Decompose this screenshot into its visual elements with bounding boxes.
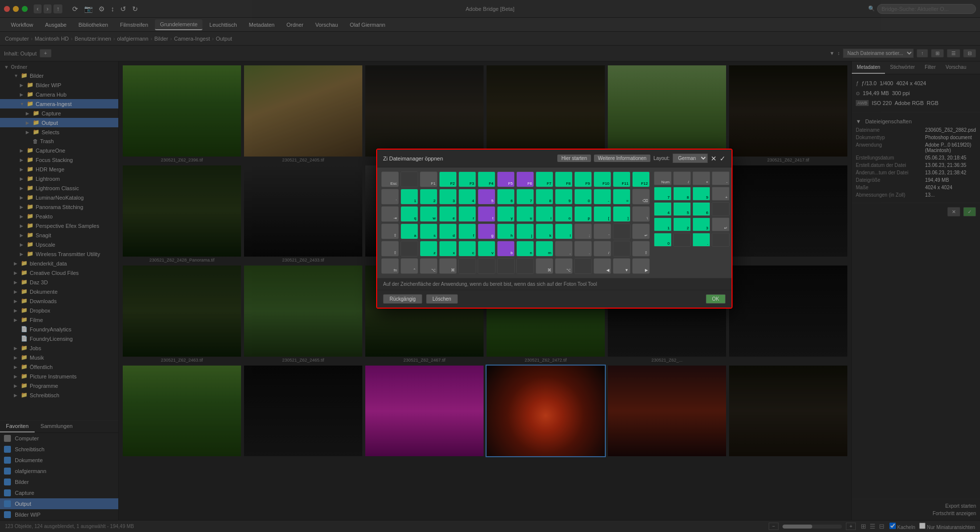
key-cell[interactable]: ⇪ [381, 223, 399, 239]
key-cell[interactable]: y [497, 206, 515, 222]
numpad-key-cell[interactable]: Num [654, 171, 672, 185]
key-cell[interactable]: q [400, 206, 418, 222]
key-cell[interactable]: w [420, 206, 438, 222]
key-cell[interactable] [613, 241, 631, 257]
key-cell[interactable]: z [420, 241, 438, 257]
key-cell[interactable]: F10 [593, 171, 611, 187]
numpad-key-cell[interactable]: 2 [673, 217, 691, 231]
key-cell[interactable]: x [439, 241, 457, 257]
key-cell[interactable]: F12 [632, 171, 650, 187]
key-cell[interactable]: . [574, 241, 592, 257]
numpad-key-cell[interactable]: 3 [692, 217, 710, 231]
dialog-close-btn[interactable]: ✕ [711, 155, 717, 162]
dialog-ok-btn[interactable]: OK [706, 294, 726, 304]
key-cell[interactable]: ▶ [632, 258, 650, 274]
numpad-key-cell[interactable]: 5 [673, 202, 691, 216]
key-cell[interactable]: ⇧ [381, 241, 399, 257]
key-cell[interactable] [497, 258, 515, 274]
numpad-key-cell[interactable] [712, 202, 730, 216]
key-cell[interactable]: f [458, 223, 476, 239]
numpad-key-cell[interactable] [712, 233, 730, 247]
key-cell[interactable]: r [458, 206, 476, 222]
numpad-key-cell[interactable]: 6 [692, 202, 710, 216]
key-cell[interactable]: n [516, 241, 534, 257]
key-cell[interactable]: ⌃ [400, 258, 418, 274]
key-cell[interactable]: 9 [555, 189, 573, 205]
key-cell[interactable]: m [536, 241, 553, 257]
key-cell[interactable]: ↵ [632, 223, 650, 239]
key-cell[interactable]: fn [381, 258, 399, 274]
key-cell[interactable]: h [497, 223, 515, 239]
key-cell[interactable]: ⌫ [632, 189, 650, 205]
key-cell[interactable]: ] [613, 206, 631, 222]
key-cell[interactable]: s [420, 223, 438, 239]
key-cell[interactable] [574, 258, 592, 274]
key-cell[interactable]: l [555, 223, 573, 239]
key-cell[interactable]: ⌘ [536, 258, 553, 274]
key-cell[interactable]: [ [593, 206, 611, 222]
key-cell[interactable]: i [536, 206, 553, 222]
key-cell[interactable]: F1 [420, 171, 438, 187]
key-cell[interactable]: u [516, 206, 534, 222]
key-cell[interactable] [458, 258, 476, 274]
key-cell[interactable]: F5 [497, 171, 515, 187]
numpad-key-cell[interactable] [673, 233, 691, 247]
key-cell[interactable]: ▼ [613, 258, 631, 274]
key-cell[interactable]: 8 [536, 189, 553, 205]
key-cell[interactable]: o [555, 206, 573, 222]
key-cell[interactable]: a [400, 223, 418, 239]
key-cell[interactable]: k [536, 223, 553, 239]
key-cell[interactable]: t [478, 206, 495, 222]
key-cell[interactable]: - [593, 189, 611, 205]
numpad-key-cell[interactable]: / [673, 171, 691, 185]
key-cell[interactable]: ◀ [593, 258, 611, 274]
key-cell[interactable]: ; [574, 223, 592, 239]
numpad-key-cell[interactable]: 4 [654, 202, 672, 216]
key-cell[interactable]: / [593, 241, 611, 257]
numpad-key-cell[interactable]: - [712, 171, 730, 185]
key-cell[interactable]: ⌥ [420, 258, 438, 274]
key-cell[interactable]: e [439, 206, 457, 222]
key-cell[interactable]: 5 [478, 189, 495, 205]
key-cell[interactable] [516, 258, 534, 274]
key-cell[interactable]: b [497, 241, 515, 257]
lang-select[interactable]: German [673, 154, 708, 163]
numpad-key-cell[interactable]: . [692, 233, 710, 247]
key-cell[interactable]: F9 [574, 171, 592, 187]
key-cell[interactable]: 0 [574, 189, 592, 205]
dialog-confirm-top-btn[interactable]: ✓ [720, 155, 726, 162]
key-cell[interactable]: ⇧ [632, 241, 650, 257]
key-cell[interactable]: j [516, 223, 534, 239]
key-cell[interactable]: F11 [613, 171, 631, 187]
key-cell[interactable]: F2 [439, 171, 457, 187]
key-cell[interactable]: F4 [478, 171, 495, 187]
key-cell[interactable]: ⌘ [439, 258, 457, 274]
key-cell[interactable]: 1 [400, 189, 418, 205]
numpad-key-cell[interactable]: × [692, 171, 710, 185]
key-cell[interactable]: , [555, 241, 573, 257]
key-cell[interactable] [400, 171, 418, 187]
key-cell[interactable]: ⌥ [555, 258, 573, 274]
key-cell[interactable]: F7 [536, 171, 553, 187]
key-cell[interactable]: 7 [516, 189, 534, 205]
numpad-key-cell[interactable]: + [712, 187, 730, 201]
key-cell[interactable] [478, 258, 495, 274]
key-cell[interactable]: v [478, 241, 495, 257]
key-cell[interactable]: 2 [420, 189, 438, 205]
dialog-start-btn[interactable]: Hier starten [557, 155, 591, 162]
key-cell[interactable] [400, 241, 418, 257]
numpad-key-cell[interactable]: 1 [654, 217, 672, 231]
key-cell[interactable]: F3 [458, 171, 476, 187]
key-cell[interactable]: \ [632, 206, 650, 222]
numpad-key-cell[interactable]: 8 [673, 187, 691, 201]
key-cell[interactable]: = [613, 189, 631, 205]
key-cell[interactable]: Esc [381, 171, 399, 187]
key-cell[interactable]: d [439, 223, 457, 239]
numpad-key-cell[interactable]: 0 [654, 233, 672, 247]
numpad-key-cell[interactable]: ↵ [712, 217, 730, 231]
key-cell[interactable]: 3 [439, 189, 457, 205]
key-cell[interactable]: F8 [555, 171, 573, 187]
numpad-key-cell[interactable]: 7 [654, 187, 672, 201]
key-cell[interactable]: p [574, 206, 592, 222]
key-cell[interactable] [613, 223, 631, 239]
